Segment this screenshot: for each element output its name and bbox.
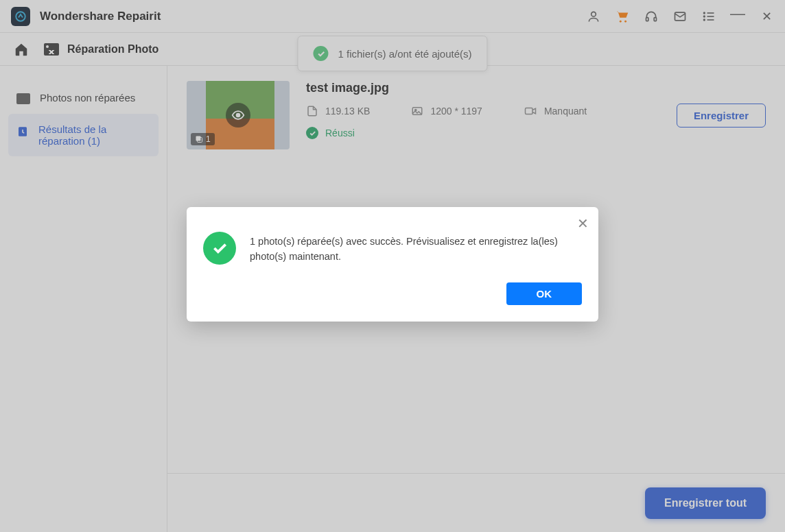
success-icon [203,232,236,265]
modal-overlay[interactable]: ✕ 1 photo(s) réparée(s) avec succès. Pré… [0,0,785,532]
dialog-message: 1 photo(s) réparée(s) avec succès. Prévi… [250,232,582,265]
close-dialog-button[interactable]: ✕ [577,217,589,230]
success-dialog: ✕ 1 photo(s) réparée(s) avec succès. Pré… [187,207,598,322]
ok-button[interactable]: OK [506,282,583,305]
